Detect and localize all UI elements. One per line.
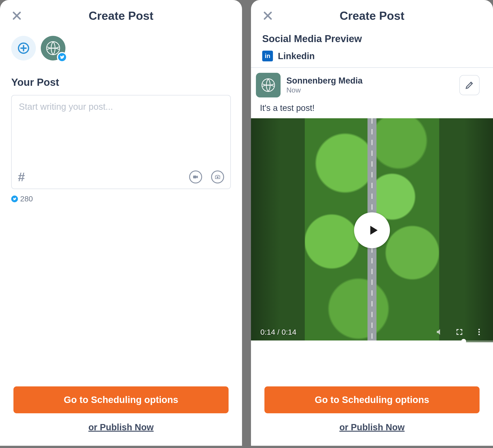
- header: Create Post: [251, 0, 493, 29]
- linkedin-icon: in: [262, 51, 273, 61]
- create-post-screen-compose: Create Post Your Post #: [0, 0, 242, 446]
- post-text: It's a test post!: [251, 101, 493, 118]
- bottom-actions: Go to Scheduling options or Publish Now: [251, 386, 493, 446]
- publish-now-link[interactable]: or Publish Now: [88, 422, 154, 432]
- composer-toolbar: #: [12, 167, 230, 189]
- video-preview: 0:14 / 0:14: [251, 118, 493, 342]
- post-header: Sonnenberg Media Now: [251, 68, 493, 101]
- post-author: Sonnenberg Media: [286, 76, 454, 86]
- hashtag-button[interactable]: #: [18, 170, 31, 184]
- post-meta: Sonnenberg Media Now: [286, 76, 454, 94]
- volume-icon[interactable]: [435, 328, 444, 337]
- post-composer: #: [11, 95, 231, 189]
- play-button[interactable]: [354, 212, 390, 248]
- page-title: Create Post: [262, 9, 482, 22]
- svg-point-5: [478, 329, 480, 330]
- character-counter: 280: [0, 189, 242, 208]
- account-avatar[interactable]: [41, 36, 66, 60]
- twitter-icon: [11, 196, 18, 202]
- edit-post-button[interactable]: [459, 75, 480, 95]
- platform-row: in Linkedin: [251, 47, 493, 68]
- svg-point-3: [217, 176, 218, 178]
- your-post-label: Your Post: [0, 67, 242, 93]
- page-title: Create Post: [11, 9, 231, 22]
- post-preview-card: Sonnenberg Media Now It's a test post! 0…: [251, 68, 493, 342]
- video-controls: 0:14 / 0:14: [251, 323, 493, 342]
- add-account-button[interactable]: [11, 36, 36, 60]
- create-post-screen-preview: Create Post Social Media Preview in Link…: [251, 0, 493, 446]
- camera-icon[interactable]: [211, 170, 224, 184]
- publish-now-link[interactable]: or Publish Now: [339, 422, 404, 432]
- go-to-scheduling-button[interactable]: Go to Scheduling options: [13, 386, 229, 413]
- svg-point-7: [478, 334, 480, 335]
- video-progress[interactable]: [251, 340, 493, 342]
- social-preview-title: Social Media Preview: [251, 29, 493, 47]
- accounts-row: [0, 29, 242, 67]
- post-textarea[interactable]: [12, 95, 230, 167]
- video-time-label: 0:14 / 0:14: [260, 328, 296, 337]
- header: Create Post: [0, 0, 242, 29]
- char-count-value: 280: [20, 195, 33, 203]
- go-to-scheduling-button[interactable]: Go to Scheduling options: [264, 386, 480, 413]
- svg-rect-2: [193, 175, 197, 178]
- svg-point-6: [478, 331, 480, 333]
- platform-name: Linkedin: [278, 51, 315, 61]
- fullscreen-icon[interactable]: [455, 328, 464, 337]
- post-avatar: [256, 73, 280, 98]
- twitter-badge-icon: [57, 52, 67, 62]
- post-time: Now: [286, 86, 454, 94]
- video-icon[interactable]: [189, 170, 202, 184]
- bottom-actions: Go to Scheduling options or Publish Now: [0, 386, 242, 446]
- more-icon[interactable]: [475, 328, 484, 337]
